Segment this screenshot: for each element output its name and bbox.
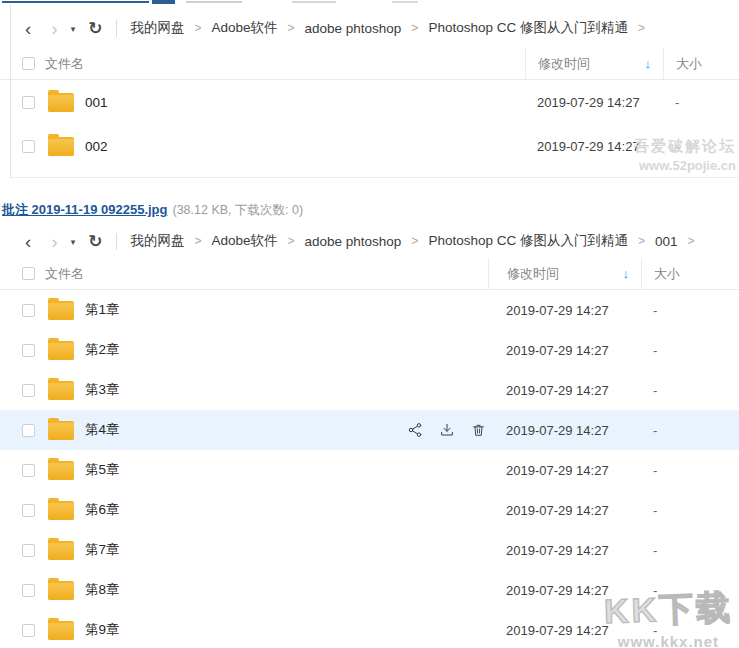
column-header-size: 大小 [676, 55, 702, 73]
row-checkbox[interactable] [22, 96, 35, 109]
row-checkbox[interactable] [22, 344, 35, 357]
breadcrumb-separator: > [194, 234, 201, 248]
toolbar: ‹ › ▾ ↻ 我的网盘 > Adobe软件 > adobe phtoshop … [0, 228, 739, 254]
column-header-name: 文件名 [45, 265, 488, 283]
attachment-meta: (38.12 KB, 下载次数: 0) [173, 203, 304, 217]
breadcrumb-item[interactable]: Photoshop CC 修图从入门到精通 [428, 232, 628, 250]
row-checkbox[interactable] [22, 544, 35, 557]
row-checkbox[interactable] [22, 584, 35, 597]
table-row-highlighted[interactable]: 第4章 [0, 410, 739, 450]
row-checkbox[interactable] [22, 424, 35, 437]
table-row[interactable]: 001 2019-07-29 14:27 - [0, 80, 739, 124]
folder-icon [48, 381, 74, 400]
divider [116, 20, 117, 37]
file-size: - [641, 343, 739, 358]
back-icon[interactable]: ‹ [25, 232, 31, 251]
file-size: - [663, 139, 739, 154]
select-all-checkbox[interactable] [22, 57, 35, 70]
breadcrumb-separator: > [288, 234, 295, 248]
folder-icon [48, 501, 74, 520]
modified-time: 2019-07-29 14:27 [488, 303, 641, 318]
folder-icon [48, 301, 74, 320]
breadcrumb-item-current[interactable]: 001 [655, 234, 678, 249]
table-row[interactable]: 第7章 2019-07-29 14:27 - [0, 530, 739, 570]
file-name[interactable]: 第8章 [85, 581, 120, 599]
refresh-icon[interactable]: ↻ [88, 233, 102, 250]
download-icon[interactable] [439, 422, 455, 438]
file-name[interactable]: 第6章 [85, 501, 120, 519]
file-list: 001 2019-07-29 14:27 - 002 2019-07-29 14… [0, 80, 739, 168]
modified-time: 2019-07-29 14:27 [488, 583, 641, 598]
chevron-down-icon[interactable]: ▾ [71, 23, 76, 34]
file-size: - [641, 503, 739, 518]
breadcrumb-item-root[interactable]: 我的网盘 [130, 19, 184, 37]
column-header-size: 大小 [654, 265, 680, 283]
row-checkbox[interactable] [22, 504, 35, 517]
table-row[interactable]: 第5章 2019-07-29 14:27 - [0, 450, 739, 490]
file-name[interactable]: 第7章 [85, 541, 120, 559]
share-icon[interactable] [407, 422, 423, 438]
file-size: - [641, 463, 739, 478]
forward-icon[interactable]: › [51, 232, 57, 251]
file-size: - [641, 583, 739, 598]
folder-icon [48, 541, 74, 560]
row-checkbox[interactable] [22, 384, 35, 397]
breadcrumb-item-root[interactable]: 我的网盘 [130, 232, 184, 250]
file-list: 第1章 2019-07-29 14:27 - 第2章 2019-07-29 14… [0, 290, 739, 648]
table-row[interactable]: 第8章 2019-07-29 14:27 - [0, 570, 739, 610]
modified-time: 2019-07-29 14:27 [488, 343, 641, 358]
breadcrumb-item-current[interactable]: Photoshop CC 修图从入门到精通 [428, 19, 628, 37]
delete-icon[interactable] [471, 422, 486, 438]
sort-desc-icon[interactable]: ↓ [645, 56, 652, 71]
column-header-name: 文件名 [45, 55, 525, 73]
file-name[interactable]: 第4章 [85, 421, 120, 439]
row-checkbox[interactable] [22, 464, 35, 477]
chevron-down-icon[interactable]: ▾ [71, 236, 76, 247]
table-row[interactable]: 第9章 2019-07-29 14:27 - [0, 610, 739, 648]
breadcrumb-item[interactable]: adobe phtoshop [305, 234, 402, 249]
breadcrumb: 我的网盘 > Adobe软件 > adobe phtoshop > Photos… [130, 19, 655, 37]
breadcrumb-separator: > [194, 21, 201, 35]
file-name[interactable]: 第3章 [85, 381, 120, 399]
file-name[interactable]: 第1章 [85, 301, 120, 319]
file-name[interactable]: 第9章 [85, 621, 120, 639]
table-row[interactable]: 第6章 2019-07-29 14:27 - [0, 490, 739, 530]
file-name[interactable]: 第2章 [85, 341, 120, 359]
row-checkbox[interactable] [22, 304, 35, 317]
file-name[interactable]: 002 [85, 139, 108, 154]
column-header-modified[interactable]: 修改时间 [538, 55, 590, 73]
file-panel-top: ‹ › ▾ ↻ 我的网盘 > Adobe软件 > adobe phtoshop … [0, 6, 739, 178]
back-icon[interactable]: ‹ [25, 19, 31, 38]
panel-edge [10, 177, 739, 178]
select-all-checkbox[interactable] [22, 267, 35, 280]
modified-time: 2019-07-29 14:27 [488, 423, 641, 438]
breadcrumb-item[interactable]: adobe phtoshop [305, 21, 402, 36]
attachment-link[interactable]: 批注 2019-11-19 092255.jpg [2, 202, 168, 217]
table-row[interactable]: 第3章 2019-07-29 14:27 - [0, 370, 739, 410]
table-row[interactable]: 002 2019-07-29 14:27 - [0, 124, 739, 168]
breadcrumb-separator: > [411, 234, 418, 248]
breadcrumb-separator: > [638, 21, 645, 35]
toolbar: ‹ › ▾ ↻ 我的网盘 > Adobe软件 > adobe phtoshop … [0, 6, 739, 44]
folder-icon [48, 461, 74, 480]
row-checkbox[interactable] [22, 624, 35, 637]
refresh-icon[interactable]: ↻ [88, 20, 102, 37]
column-header-modified[interactable]: 修改时间 [507, 265, 559, 283]
file-name[interactable]: 第5章 [85, 461, 120, 479]
modified-time: 2019-07-29 14:27 [488, 383, 641, 398]
table-row[interactable]: 第1章 2019-07-29 14:27 - [0, 290, 739, 330]
breadcrumb-item[interactable]: Adobe软件 [211, 19, 277, 37]
breadcrumb-separator: > [638, 234, 645, 248]
modified-time: 2019-07-29 14:27 [525, 139, 663, 154]
breadcrumb-item[interactable]: Adobe软件 [211, 232, 277, 250]
file-name[interactable]: 001 [85, 95, 108, 110]
sort-desc-icon[interactable]: ↓ [623, 266, 630, 281]
folder-icon [48, 137, 74, 156]
file-size: - [641, 423, 739, 438]
table-row[interactable]: 第2章 2019-07-29 14:27 - [0, 330, 739, 370]
row-checkbox[interactable] [22, 140, 35, 153]
table-header: 文件名 修改时间 ↓ 大小 [0, 48, 739, 80]
folder-icon [48, 341, 74, 360]
folder-icon [48, 93, 74, 112]
forward-icon[interactable]: › [51, 19, 57, 38]
